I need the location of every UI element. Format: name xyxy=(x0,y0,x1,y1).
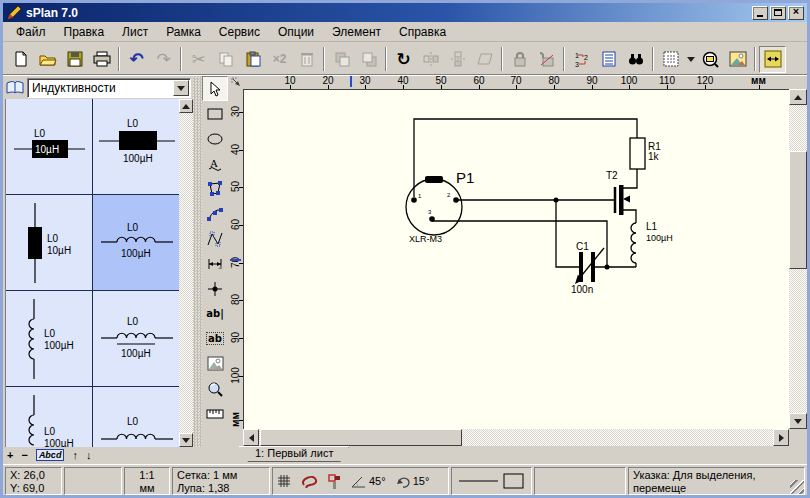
new-button[interactable] xyxy=(7,46,34,73)
lasso-icon[interactable] xyxy=(301,475,318,488)
library-item-inductor-hcoil-core[interactable]: L0 100µH xyxy=(93,291,179,387)
resize-grip[interactable] xyxy=(790,480,804,494)
mirror-horizontal-button[interactable] xyxy=(417,46,444,73)
zoom-frame-button[interactable] xyxy=(697,46,724,73)
menu-options[interactable]: Опции xyxy=(269,23,323,41)
zoom-tool[interactable] xyxy=(202,376,228,401)
background-image-button[interactable] xyxy=(724,46,751,73)
text-tool[interactable]: ab| xyxy=(202,301,228,326)
redo-button[interactable]: ↷ xyxy=(150,46,177,73)
paste-button[interactable] xyxy=(239,46,266,73)
delete-button[interactable] xyxy=(293,46,320,73)
panel-splitter[interactable] xyxy=(193,76,202,447)
select-tool[interactable] xyxy=(202,76,228,101)
ruler-tool[interactable] xyxy=(202,401,228,426)
grid-dropdown[interactable] xyxy=(684,46,697,73)
combobox-arrow[interactable] xyxy=(173,80,189,96)
menu-help[interactable]: Справка xyxy=(390,23,455,41)
skew-button[interactable] xyxy=(471,46,498,73)
library-item-inductor-hcoil2[interactable]: L0 xyxy=(93,387,179,447)
undo-button[interactable]: ↶ xyxy=(123,46,150,73)
library-category-select[interactable]: Индуктивности xyxy=(27,78,191,98)
canvas-vscrollbar[interactable] xyxy=(789,89,807,429)
schematic-canvas[interactable]: P1 XLR-M3 1 2 3 R1 1k T2 C1 100n L1 100µ… xyxy=(243,89,789,429)
open-button[interactable] xyxy=(34,46,61,73)
ellipse-tool[interactable] xyxy=(202,126,228,151)
rotate-step-value[interactable]: 15° xyxy=(413,475,430,488)
polygon-tool[interactable] xyxy=(202,176,228,201)
measure-button[interactable] xyxy=(759,46,786,73)
svg-text:2: 2 xyxy=(584,54,588,61)
minimize-button[interactable] xyxy=(752,6,768,20)
close-icon: × xyxy=(793,6,799,17)
rectangle-tool[interactable] xyxy=(202,101,228,126)
hscroll-thumb[interactable] xyxy=(260,429,462,446)
grid-button[interactable] xyxy=(657,46,684,73)
lock-button[interactable] xyxy=(506,46,533,73)
library-move-up-button[interactable]: ↑ xyxy=(72,450,78,461)
menu-sheet[interactable]: Лист xyxy=(113,23,157,41)
hscroll-left-button[interactable] xyxy=(243,429,259,446)
svg-text:10µH: 10µH xyxy=(47,245,71,256)
save-button[interactable] xyxy=(61,46,88,73)
bezier-tool[interactable] xyxy=(202,201,228,226)
library-item-inductor-vcoil[interactable]: L0 100µH xyxy=(6,291,93,387)
pin-icon[interactable] xyxy=(328,474,341,489)
textbox-tool[interactable]: ab xyxy=(202,326,228,351)
search-button[interactable] xyxy=(622,46,649,73)
rotate-button[interactable]: ↻ xyxy=(390,46,417,73)
bring-front-button[interactable] xyxy=(328,46,355,73)
empty-panel-2 xyxy=(534,467,626,495)
dimension-tool[interactable] xyxy=(202,251,228,276)
library-item-inductor-vbox[interactable]: L0 10µH xyxy=(6,195,93,291)
grid-status-icon[interactable] xyxy=(277,474,291,488)
image-tool[interactable] xyxy=(202,351,228,376)
library-move-down-button[interactable]: ↓ xyxy=(86,450,92,461)
maximize-button[interactable] xyxy=(770,6,786,20)
style-preview-panel[interactable] xyxy=(451,467,532,495)
unlock-button[interactable] xyxy=(533,46,560,73)
library-rename-button[interactable]: Abcd xyxy=(36,449,65,461)
t2-label: T2 xyxy=(606,170,618,181)
parts-list-button[interactable] xyxy=(595,46,622,73)
cursor-arrow-icon xyxy=(208,81,222,97)
title-bar[interactable]: sPlan 7.0 × xyxy=(3,3,807,22)
vscroll-up-button[interactable] xyxy=(789,89,807,105)
menu-element[interactable]: Элемент xyxy=(323,23,390,41)
scroll-up-icon xyxy=(794,95,802,100)
vscroll-down-button[interactable] xyxy=(789,413,807,429)
library-item-inductor-hcoil-selected[interactable]: L0 100µH xyxy=(93,195,179,291)
close-button[interactable]: × xyxy=(788,6,804,20)
mirror-vertical-button[interactable] xyxy=(444,46,471,73)
vscroll-thumb[interactable] xyxy=(789,151,807,269)
print-button[interactable] xyxy=(88,46,115,73)
rotate-step-icon xyxy=(396,475,410,488)
library-scroll-down[interactable] xyxy=(179,433,193,447)
send-back-button[interactable] xyxy=(355,46,382,73)
angle-step-value[interactable]: 45° xyxy=(369,475,386,488)
menu-file[interactable]: Файл xyxy=(7,23,55,41)
ruler-origin-corner[interactable] xyxy=(229,75,243,89)
library-remove-button[interactable]: − xyxy=(21,450,27,461)
library-item-inductor-hbox[interactable]: L0 10µH xyxy=(6,99,93,195)
menu-frame[interactable]: Рамка xyxy=(157,23,210,41)
library-scroll-up[interactable] xyxy=(179,99,193,113)
duplicate-button[interactable]: ×2 xyxy=(266,46,293,73)
library-item-inductor-hbox2[interactable]: L0 100µH xyxy=(93,99,179,195)
special-shape-tool[interactable]: A xyxy=(202,151,228,176)
library-add-button[interactable]: + xyxy=(7,450,13,461)
hscroll-right-button[interactable] xyxy=(773,429,789,446)
toolbar-separator xyxy=(754,47,756,71)
library-item-inductor-vcoil2[interactable]: L0 100µH xyxy=(6,387,93,447)
library-scrollbar[interactable] xyxy=(179,99,193,447)
copy-button[interactable] xyxy=(212,46,239,73)
sheet-tab-1[interactable]: 1: Первый лист xyxy=(239,446,349,462)
node-tool[interactable] xyxy=(202,276,228,301)
cut-button[interactable]: ✂ xyxy=(185,46,212,73)
menu-service[interactable]: Сервис xyxy=(210,23,269,41)
svg-text:100µH: 100µH xyxy=(44,340,74,351)
canvas-hscrollbar[interactable] xyxy=(243,429,789,446)
freehand-tool[interactable] xyxy=(202,226,228,251)
menu-edit[interactable]: Правка xyxy=(55,23,114,41)
renumber-button[interactable]: 123 xyxy=(568,46,595,73)
